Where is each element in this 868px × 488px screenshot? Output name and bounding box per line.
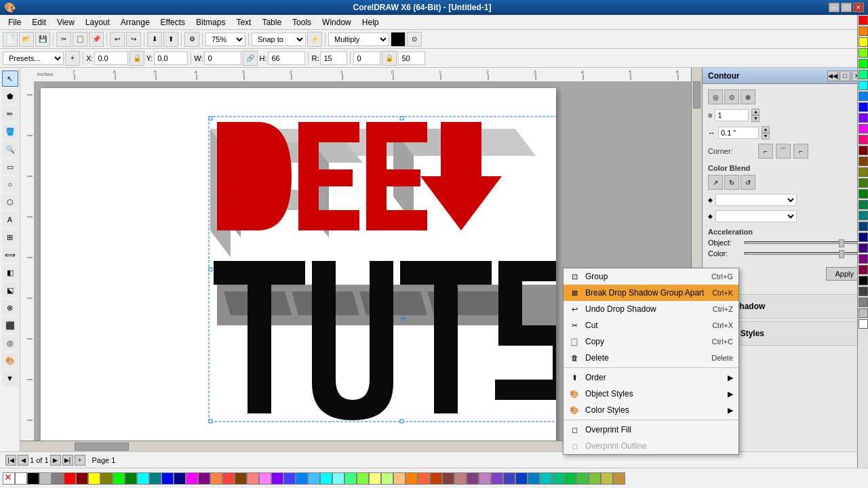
panel-float-btn[interactable]: □ bbox=[840, 70, 850, 81]
right-color-swatch-18[interactable] bbox=[859, 211, 868, 220]
export-btn[interactable]: ⬆ bbox=[163, 32, 178, 47]
rect-tool-btn[interactable]: ▭ bbox=[2, 159, 18, 175]
palette-swatch-15[interactable] bbox=[198, 472, 210, 485]
palette-swatch-17[interactable] bbox=[222, 472, 235, 485]
extrude-tool-btn[interactable]: ⬛ bbox=[2, 317, 18, 333]
parallel-tool-btn[interactable]: ⟺ bbox=[2, 247, 18, 263]
palette-swatch-0[interactable] bbox=[15, 472, 27, 485]
r-input[interactable] bbox=[320, 52, 347, 65]
ctx-delete[interactable]: 🗑 Delete Delete bbox=[564, 350, 738, 366]
outline-color-select[interactable] bbox=[715, 210, 797, 222]
palette-swatch-7[interactable] bbox=[100, 472, 113, 485]
palette-swatch-10[interactable] bbox=[137, 472, 149, 485]
palette-swatch-21[interactable] bbox=[271, 472, 283, 485]
right-color-swatch-12[interactable] bbox=[859, 146, 868, 155]
no-fill-swatch[interactable]: ✕ bbox=[3, 472, 15, 485]
palette-swatch-40[interactable] bbox=[503, 472, 515, 485]
x-lock-btn[interactable]: 🔒 bbox=[130, 51, 144, 66]
palette-swatch-19[interactable] bbox=[247, 472, 259, 485]
y-input[interactable] bbox=[154, 52, 188, 65]
color-slider-thumb[interactable] bbox=[839, 250, 844, 258]
corner-bevel-btn[interactable]: ⌐ bbox=[793, 144, 808, 159]
right-color-swatch-15[interactable] bbox=[859, 178, 868, 188]
last-page-btn[interactable]: ▶| bbox=[62, 455, 73, 466]
right-color-swatch-1[interactable] bbox=[859, 26, 868, 36]
table-tool-btn[interactable]: ⊞ bbox=[2, 229, 18, 245]
right-color-swatch-13[interactable] bbox=[859, 157, 868, 166]
palette-swatch-12[interactable] bbox=[161, 472, 174, 485]
palette-swatch-49[interactable] bbox=[613, 472, 625, 485]
palette-swatch-1[interactable] bbox=[27, 472, 39, 485]
to-center-btn[interactable]: ◎ bbox=[708, 89, 723, 104]
ctx-copy[interactable]: 📋 Copy Ctrl+C bbox=[564, 333, 738, 350]
right-color-swatch-3[interactable] bbox=[859, 48, 868, 58]
ctx-cut[interactable]: ✂ Cut Ctrl+X bbox=[564, 317, 738, 333]
blend-mode-combo[interactable]: Multiply Normal Screen bbox=[328, 33, 389, 46]
palette-swatch-43[interactable] bbox=[540, 472, 552, 485]
palette-swatch-34[interactable] bbox=[430, 472, 442, 485]
menu-arrange[interactable]: Arrange bbox=[115, 16, 155, 28]
palette-swatch-9[interactable] bbox=[125, 472, 137, 485]
palette-swatch-36[interactable] bbox=[454, 472, 467, 485]
v-lock-btn[interactable]: 🔒 bbox=[382, 51, 397, 66]
right-color-swatch-8[interactable] bbox=[859, 102, 868, 112]
menu-layout[interactable]: Layout bbox=[80, 16, 115, 28]
palette-swatch-48[interactable] bbox=[601, 472, 613, 485]
right-color-swatch-26[interactable] bbox=[859, 298, 868, 307]
right-color-swatch-11[interactable] bbox=[859, 135, 868, 144]
lock-aspect-btn[interactable]: 🔗 bbox=[243, 51, 258, 66]
menu-window[interactable]: Window bbox=[317, 16, 357, 28]
right-color-swatch-17[interactable] bbox=[859, 200, 868, 209]
envelope-tool-btn[interactable]: ⬕ bbox=[2, 282, 18, 298]
right-color-swatch-27[interactable] bbox=[859, 308, 868, 318]
palette-swatch-31[interactable] bbox=[393, 472, 406, 485]
palette-swatch-4[interactable] bbox=[64, 472, 76, 485]
menu-bitmaps[interactable]: Bitmaps bbox=[191, 16, 231, 28]
redo-toolbar-btn[interactable]: ↪ bbox=[126, 32, 141, 47]
palette-swatch-30[interactable] bbox=[381, 472, 393, 485]
import-btn[interactable]: ⬇ bbox=[147, 32, 162, 47]
v2-input[interactable] bbox=[398, 52, 425, 65]
ctx-object-styles[interactable]: 🎨 Object Styles ▶ bbox=[564, 386, 738, 402]
palette-swatch-6[interactable] bbox=[88, 472, 100, 485]
menu-table[interactable]: Table bbox=[256, 16, 287, 28]
right-color-swatch-4[interactable] bbox=[859, 59, 868, 68]
menu-help[interactable]: Help bbox=[357, 16, 384, 28]
palette-swatch-5[interactable] bbox=[76, 472, 88, 485]
menu-effects[interactable]: Effects bbox=[155, 16, 191, 28]
blend-tool-btn[interactable]: ⊗ bbox=[2, 300, 18, 316]
palette-swatch-23[interactable] bbox=[296, 472, 308, 485]
palette-swatch-42[interactable] bbox=[528, 472, 540, 485]
fill-color-select[interactable] bbox=[715, 194, 797, 206]
right-color-swatch-23[interactable] bbox=[859, 265, 868, 274]
right-color-swatch-0[interactable] bbox=[859, 16, 868, 25]
palette-swatch-16[interactable] bbox=[210, 472, 222, 485]
ctx-overprint-fill[interactable]: ◻ Overprint Fill bbox=[564, 422, 738, 438]
add-page-btn[interactable]: + bbox=[75, 455, 85, 466]
object-slider-track[interactable] bbox=[745, 241, 863, 244]
shape-tool-btn[interactable]: ⬟ bbox=[2, 88, 18, 104]
palette-swatch-29[interactable] bbox=[369, 472, 381, 485]
right-color-swatch-5[interactable] bbox=[859, 70, 868, 79]
palette-swatch-35[interactable] bbox=[442, 472, 454, 485]
smart-fill-btn[interactable]: 🪣 bbox=[2, 123, 18, 140]
palette-swatch-2[interactable] bbox=[39, 472, 52, 485]
palette-swatch-13[interactable] bbox=[174, 472, 186, 485]
right-color-swatch-7[interactable] bbox=[859, 92, 868, 101]
snap-settings-btn[interactable]: ⚡ bbox=[307, 32, 322, 47]
palette-swatch-20[interactable] bbox=[259, 472, 271, 485]
palette-swatch-28[interactable] bbox=[357, 472, 369, 485]
fill-tool-btn[interactable]: ▼ bbox=[2, 370, 18, 386]
right-color-swatch-2[interactable] bbox=[859, 37, 868, 47]
palette-swatch-18[interactable] bbox=[235, 472, 247, 485]
menu-file[interactable]: File bbox=[3, 16, 26, 28]
next-page-btn[interactable]: ▶ bbox=[50, 455, 61, 466]
palette-swatch-8[interactable] bbox=[113, 472, 125, 485]
zoom-tool-btn[interactable]: 🔍 bbox=[2, 141, 18, 157]
steps-input[interactable] bbox=[715, 109, 749, 121]
palette-swatch-39[interactable] bbox=[491, 472, 503, 485]
palette-swatch-45[interactable] bbox=[564, 472, 576, 485]
right-color-swatch-14[interactable] bbox=[859, 167, 868, 177]
prev-page-btn[interactable]: ◀ bbox=[18, 455, 28, 466]
freehand-tool-btn[interactable]: ✏ bbox=[2, 106, 18, 122]
